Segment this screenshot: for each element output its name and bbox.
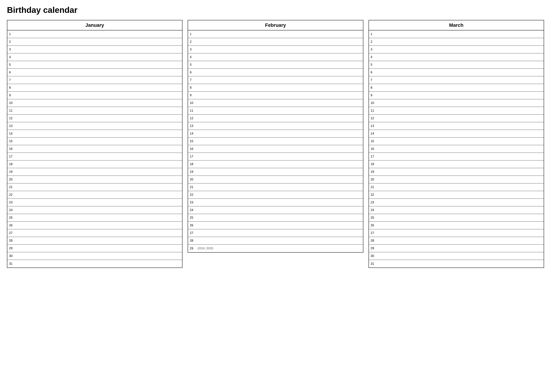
day-number: 28 bbox=[7, 238, 16, 244]
day-number: 1 bbox=[188, 31, 197, 37]
day-number: 24 bbox=[188, 207, 197, 213]
day-number: 27 bbox=[7, 230, 16, 236]
day-row: 13 bbox=[7, 122, 182, 130]
day-number: 20 bbox=[369, 177, 378, 182]
day-number: 23 bbox=[7, 200, 16, 205]
day-row: 2 bbox=[188, 38, 363, 46]
day-row: 7 bbox=[369, 76, 544, 84]
day-number: 26 bbox=[188, 223, 197, 228]
day-row: 25 bbox=[7, 214, 182, 222]
day-number: 2 bbox=[188, 39, 197, 45]
day-number: 30 bbox=[369, 253, 378, 259]
month-calendar-march: March12345678910111213141516171819202122… bbox=[368, 20, 544, 268]
day-number: 17 bbox=[7, 154, 16, 159]
day-row: 13 bbox=[188, 122, 363, 130]
day-number: 7 bbox=[188, 77, 197, 83]
day-row: 23 bbox=[369, 199, 544, 206]
day-number: 11 bbox=[369, 108, 378, 113]
day-number: 14 bbox=[7, 131, 16, 136]
day-row: 30 bbox=[369, 252, 544, 260]
day-row: 16 bbox=[188, 145, 363, 153]
month-header-march: March bbox=[369, 20, 544, 30]
day-row: 17 bbox=[369, 153, 544, 161]
day-number: 15 bbox=[188, 138, 197, 144]
day-number: 7 bbox=[7, 77, 16, 83]
day-row: 29(2016, 2020) bbox=[188, 245, 363, 252]
calendars-container: January123456789101112131415161718192021… bbox=[7, 20, 544, 268]
day-row: 15 bbox=[7, 138, 182, 145]
day-number: 11 bbox=[188, 108, 197, 113]
month-header-february: February bbox=[188, 20, 363, 30]
day-number: 26 bbox=[369, 223, 378, 228]
day-number: 6 bbox=[7, 70, 16, 75]
day-row: 31 bbox=[369, 260, 544, 267]
day-number: 2 bbox=[7, 39, 16, 45]
day-row: 22 bbox=[369, 191, 544, 199]
day-row: 13 bbox=[369, 122, 544, 130]
day-row: 17 bbox=[188, 153, 363, 161]
day-row: 8 bbox=[369, 84, 544, 92]
day-number: 21 bbox=[7, 184, 16, 190]
day-number: 10 bbox=[7, 100, 16, 106]
day-row: 1 bbox=[188, 30, 363, 38]
day-number: 8 bbox=[7, 85, 16, 91]
day-number: 7 bbox=[369, 77, 378, 83]
day-number: 5 bbox=[188, 62, 197, 68]
day-number: 13 bbox=[369, 123, 378, 129]
day-row: 21 bbox=[188, 183, 363, 191]
day-row: 3 bbox=[188, 46, 363, 53]
day-number: 25 bbox=[369, 215, 378, 221]
day-row: 9 bbox=[188, 92, 363, 99]
day-row: 11 bbox=[7, 107, 182, 115]
day-number: 27 bbox=[188, 230, 197, 236]
day-number: 6 bbox=[188, 70, 197, 75]
day-number: 26 bbox=[7, 223, 16, 228]
day-number: 8 bbox=[188, 85, 197, 91]
day-row: 23 bbox=[7, 199, 182, 206]
day-number: 3 bbox=[7, 47, 16, 52]
day-number: 3 bbox=[369, 47, 378, 52]
day-row: 20 bbox=[7, 176, 182, 183]
day-row: 28 bbox=[7, 237, 182, 245]
day-number: 29 bbox=[188, 246, 197, 251]
day-row: 22 bbox=[188, 191, 363, 199]
day-row: 28 bbox=[369, 237, 544, 245]
day-number: 31 bbox=[7, 261, 16, 267]
day-row: 6 bbox=[188, 69, 363, 76]
day-row: 26 bbox=[188, 222, 363, 229]
day-number: 28 bbox=[188, 238, 197, 244]
day-number: 11 bbox=[7, 108, 16, 113]
day-number: 27 bbox=[369, 230, 378, 236]
day-row: 16 bbox=[7, 145, 182, 153]
day-number: 22 bbox=[369, 192, 378, 198]
day-row: 25 bbox=[188, 214, 363, 222]
day-number: 5 bbox=[369, 62, 378, 68]
day-row: 2 bbox=[369, 38, 544, 46]
day-row: 27 bbox=[7, 229, 182, 237]
day-row: 21 bbox=[369, 183, 544, 191]
day-row: 3 bbox=[7, 46, 182, 53]
day-number: 15 bbox=[7, 138, 16, 144]
day-row: 4 bbox=[7, 53, 182, 61]
day-number: 21 bbox=[369, 184, 378, 190]
day-row: 19 bbox=[369, 168, 544, 176]
day-number: 15 bbox=[369, 138, 378, 144]
day-row: 24 bbox=[7, 206, 182, 214]
day-row: 10 bbox=[7, 99, 182, 107]
day-number: 9 bbox=[369, 92, 378, 98]
day-number: 4 bbox=[369, 54, 378, 60]
day-number: 31 bbox=[369, 261, 378, 267]
day-row: 12 bbox=[7, 115, 182, 122]
day-row: 15 bbox=[188, 138, 363, 145]
day-row: 8 bbox=[188, 84, 363, 92]
day-number: 14 bbox=[188, 131, 197, 136]
day-number: 25 bbox=[7, 215, 16, 221]
day-row: 27 bbox=[188, 229, 363, 237]
day-row: 11 bbox=[369, 107, 544, 115]
day-number: 28 bbox=[369, 238, 378, 244]
day-number: 14 bbox=[369, 131, 378, 136]
day-number: 22 bbox=[7, 192, 16, 198]
day-row: 18 bbox=[7, 161, 182, 168]
day-row: 11 bbox=[188, 107, 363, 115]
day-row: 9 bbox=[7, 92, 182, 99]
